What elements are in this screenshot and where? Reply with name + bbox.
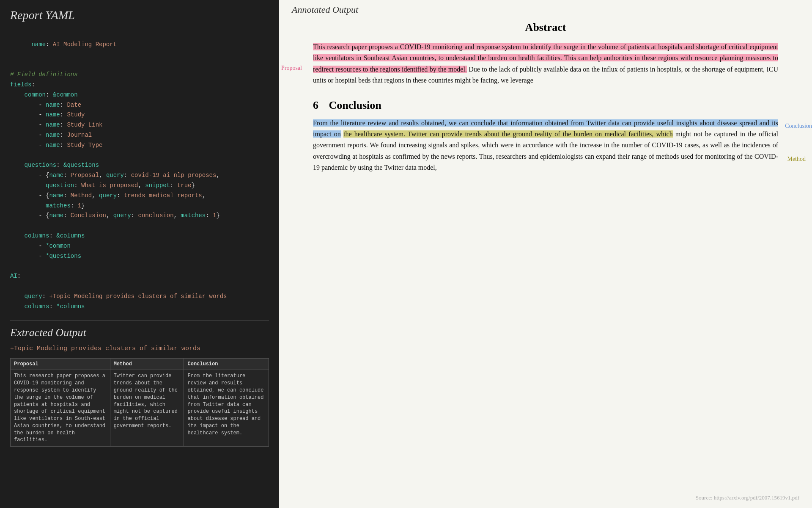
- abstract-title: Abstract: [313, 21, 778, 34]
- yaml-ai-columns: columns: *columns: [10, 302, 269, 312]
- col-proposal: Proposal: [11, 359, 110, 370]
- conclusion-annotation-label: Conclusion: [785, 123, 812, 130]
- method-highlight-yellow: the healthcare system. Twitter can provi…: [343, 130, 673, 138]
- yaml-method-q1: - {name: Method, query: trends medical r…: [10, 191, 269, 201]
- table-row: This research paper proposes a COVID-19 …: [11, 370, 269, 447]
- yaml-proposal-q2: question: What is proposed, snippet: tru…: [10, 181, 269, 191]
- col-method: Method: [110, 359, 184, 370]
- section-number: 6: [313, 99, 318, 111]
- yaml-blank2: [10, 151, 269, 161]
- extracted-table: Proposal Method Conclusion This research…: [10, 358, 269, 447]
- cell-method: Twitter can provide trends about the gro…: [110, 370, 184, 447]
- section-heading-conclusion: 6 Conclusion: [313, 99, 778, 112]
- method-annotation-label: Method: [787, 156, 806, 163]
- yaml-blank1: [10, 60, 269, 70]
- yaml-blank4: [10, 261, 269, 271]
- yaml-name-line: name: AI Modeling Report: [10, 30, 269, 60]
- left-panel-title: Report YAML: [10, 8, 269, 22]
- yaml-journal: - name: Journal: [10, 130, 269, 141]
- yaml-fields: fields:: [10, 80, 269, 90]
- yaml-study-type: - name: Study Type: [10, 141, 269, 151]
- abstract-block: Proposal This research paper proposes a …: [313, 41, 778, 86]
- yaml-study: - name: Study: [10, 110, 269, 120]
- annotated-content: Abstract Proposal This research paper pr…: [279, 17, 812, 508]
- yaml-comment: # Field definitions: [10, 70, 269, 80]
- yaml-date: - name: Date: [10, 100, 269, 110]
- left-panel: Report YAML name: AI Modeling Report # F…: [0, 0, 279, 508]
- col-conclusion: Conclusion: [184, 359, 269, 370]
- yaml-questions: questions: &questions: [10, 160, 269, 171]
- cell-conclusion: From the literature review and results o…: [184, 370, 269, 447]
- extracted-ai-query: +Topic Modeling provides clusters of sim…: [10, 345, 269, 352]
- conclusion-block: Conclusion Method From the literature re…: [313, 118, 778, 174]
- yaml-questions-ref: - *questions: [10, 251, 269, 262]
- yaml-study-link: - name: Study Link: [10, 120, 269, 130]
- yaml-blank3: [10, 221, 269, 231]
- yaml-proposal-q1: - {name: Proposal, query: covid-19 ai nl…: [10, 171, 269, 181]
- abstract-text: This research paper proposes a COVID-19 …: [313, 41, 778, 86]
- section-title: Conclusion: [329, 99, 381, 111]
- yaml-conclusion-q: - {name: Conclusion, query: conclusion, …: [10, 211, 269, 221]
- source-line: Source: https://arxiv.org/pdf/2007.15619…: [696, 494, 799, 501]
- yaml-ai-query: query: +Topic Modeling provides clusters…: [10, 292, 269, 302]
- cell-proposal: This research paper proposes a COVID-19 …: [11, 370, 110, 447]
- proposal-label: Proposal: [281, 65, 302, 72]
- yaml-common: common: &common: [10, 90, 269, 100]
- yaml-blank5: [10, 282, 269, 292]
- yaml-method-q2: matches: 1}: [10, 201, 269, 211]
- yaml-ai-key: AI:: [10, 271, 269, 282]
- yaml-common-ref: - *common: [10, 241, 269, 251]
- extracted-output-section: Extracted Output +Topic Modeling provide…: [10, 320, 269, 447]
- conclusion-text: From the literature review and results o…: [313, 118, 778, 174]
- proposal-highlight: This research paper proposes a COVID-19 …: [313, 43, 778, 73]
- extracted-title: Extracted Output: [10, 326, 269, 339]
- right-panel: Annotated Output Abstract Proposal This …: [279, 0, 812, 508]
- yaml-content: name: AI Modeling Report # Field definit…: [10, 30, 269, 312]
- yaml-columns: columns: &columns: [10, 231, 269, 241]
- annotated-output-header: Annotated Output: [279, 0, 812, 17]
- table-header-row: Proposal Method Conclusion: [11, 359, 269, 370]
